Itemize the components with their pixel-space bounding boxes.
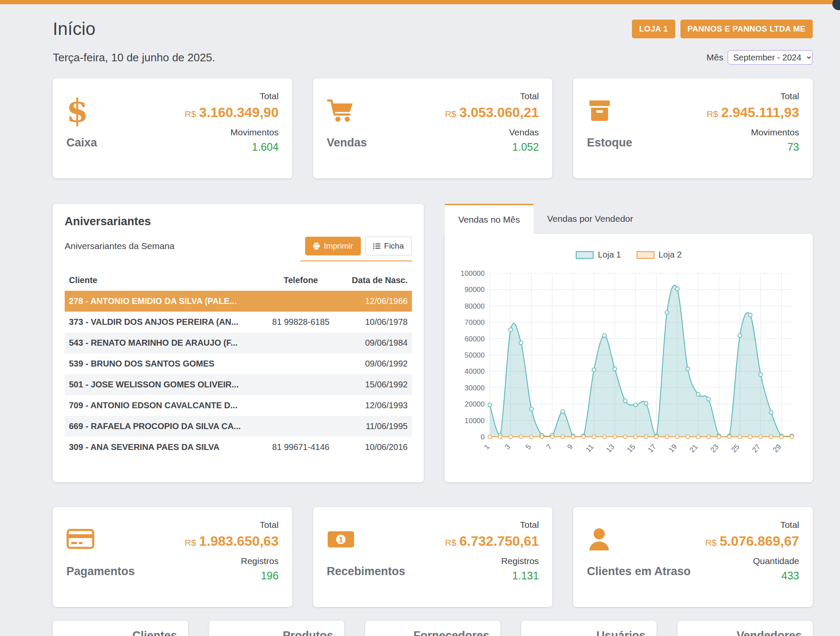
- phone-cell: 81 99828-6185: [256, 312, 346, 332]
- legend-item-loja1[interactable]: Loja 1: [576, 250, 621, 260]
- stat-right: Total R$1.983.650,63 Registros 196: [185, 520, 279, 594]
- stat-left: Clientes em Atraso: [587, 520, 691, 594]
- client-cell: 543 - RENATO MARINHO DE ARAUJO (F...: [65, 332, 256, 353]
- footer-card-produtos[interactable]: Produtos: [209, 621, 344, 636]
- middle-row: Aniversariantes Aniversariantes da Seman…: [53, 204, 813, 482]
- svg-text:1: 1: [482, 443, 491, 451]
- cart-icon: [327, 94, 367, 128]
- stat-right: Total R$2.945.111,93 Movimentos 73: [707, 91, 799, 166]
- phone-cell: [256, 332, 346, 353]
- total-amount: R$6.732.750,61: [445, 533, 539, 549]
- svg-text:40000: 40000: [464, 368, 484, 376]
- legend-swatch: [576, 251, 594, 259]
- birthdays-subtitle: Aniversariantes da Semana: [65, 241, 174, 251]
- header-buttons: LOJA 1 PANNOS E PANNOS LTDA ME: [632, 20, 813, 38]
- table-row[interactable]: 543 - RENATO MARINHO DE ARAUJO (F... 09/…: [65, 332, 412, 353]
- svg-text:70000: 70000: [464, 318, 484, 327]
- total-label: Total: [780, 520, 799, 530]
- dollar-icon: $: [66, 94, 97, 128]
- svg-text:30000: 30000: [464, 384, 484, 392]
- table-row[interactable]: 709 - ANTONIO EDSON CAVALCANTE D... 12/0…: [65, 395, 412, 416]
- print-button-label: Imprimir: [324, 241, 353, 251]
- chart-legend: Loja 1 Loja 2: [455, 250, 803, 260]
- metric-label: Registros: [501, 556, 539, 566]
- birthdate-cell: 10/06/1978: [346, 312, 412, 332]
- print-button[interactable]: Imprimir: [305, 237, 361, 255]
- stat-left: $ Caixa: [66, 91, 97, 166]
- current-date: Terça-feira, 10 de junho de 2025.: [53, 51, 215, 64]
- footer-card-usuarios[interactable]: Usuários: [521, 621, 657, 636]
- stat-card-label: Vendas: [327, 136, 367, 149]
- total-label: Total: [520, 91, 539, 101]
- company-button[interactable]: PANNOS E PANNOS LTDA ME: [680, 20, 813, 38]
- phone-cell: [256, 353, 346, 374]
- ficha-button[interactable]: Ficha: [365, 237, 412, 255]
- table-row[interactable]: 501 - JOSE WELISSON GOMES OLIVEIR... 15/…: [65, 374, 412, 395]
- metric-value: 196: [261, 570, 279, 582]
- stat-card-pagamentos: Pagamentos Total R$1.983.650,63 Registro…: [53, 507, 292, 607]
- column-header-birthdate: Data de Nasc.: [346, 270, 412, 291]
- metric-label: Movimentos: [230, 127, 278, 138]
- svg-text:10000: 10000: [464, 417, 484, 425]
- table-row[interactable]: 309 - ANA SEVERINA PAES DA SILVA 81 9967…: [65, 437, 412, 458]
- stat-right: Total R$5.076.869,67 Quantidade 433: [705, 520, 799, 594]
- svg-text:9: 9: [566, 443, 574, 451]
- metric-value: 1.604: [252, 141, 279, 153]
- birthdays-card: Aniversariantes Aniversariantes da Seman…: [53, 204, 424, 482]
- store-button[interactable]: LOJA 1: [632, 20, 675, 38]
- svg-text:60000: 60000: [464, 335, 484, 343]
- tab-vendas-por-vendedor[interactable]: Vendas por Vendedor: [534, 204, 647, 234]
- footer-card-fornecedores[interactable]: Fornecedores: [365, 621, 500, 636]
- tab-vendas-no-mes[interactable]: Vendas no Mês: [445, 204, 534, 234]
- total-label: Total: [260, 91, 278, 101]
- birthdays-buttons: Imprimir Ficha: [305, 237, 412, 255]
- client-cell: 278 - ANTONIO EMIDIO DA SILVA (PALE...: [65, 291, 256, 312]
- client-cell: 669 - RAFAELA PROCOPIO DA SILVA CA...: [65, 416, 256, 437]
- stat-left: 1 Recebimentos: [327, 520, 406, 594]
- column-header-client: Cliente: [65, 270, 256, 291]
- client-cell: 501 - JOSE WELISSON GOMES OLIVEIR...: [65, 374, 256, 395]
- footer-cards-row: Clientes Produtos Fornecedores Usuários …: [53, 621, 813, 636]
- table-row[interactable]: 278 - ANTONIO EMIDIO DA SILVA (PALE... 1…: [65, 291, 412, 312]
- money-bill-icon: 1: [327, 522, 406, 556]
- table-row[interactable]: 373 - VALDIR DOS ANJOS PEREIRA (AN... 81…: [65, 312, 412, 332]
- stat-card-label: Recebimentos: [327, 565, 406, 578]
- svg-text:80000: 80000: [464, 302, 484, 310]
- stat-card-label: Pagamentos: [66, 565, 135, 578]
- metric-value: 433: [781, 570, 799, 582]
- metric-value: 1.052: [512, 141, 539, 153]
- svg-text:50000: 50000: [464, 351, 484, 359]
- svg-text:1: 1: [338, 535, 343, 544]
- client-cell: 539 - BRUNO DOS SANTOS GOMES: [65, 353, 256, 374]
- page-title: Início: [53, 19, 95, 39]
- currency-symbol: R$: [445, 538, 457, 548]
- metric-label: Movimentos: [751, 127, 799, 138]
- divider: [300, 261, 412, 261]
- svg-text:7: 7: [545, 443, 553, 451]
- metric-value: 73: [787, 141, 799, 153]
- metric-value: 1.131: [512, 570, 539, 582]
- credit-card-icon: [66, 522, 135, 556]
- date-row: Terça-feira, 10 de junho de 2025. Mês Se…: [53, 50, 813, 65]
- stat-right: Total R$3.160.349,90 Movimentos 1.604: [185, 91, 279, 166]
- stat-left: Estoque: [587, 91, 632, 166]
- svg-text:13: 13: [604, 443, 616, 454]
- client-cell: 709 - ANTONIO EDSON CAVALCANTE D...: [65, 395, 256, 416]
- total-value: 2.945.111,93: [721, 105, 799, 120]
- table-row[interactable]: 669 - RAFAELA PROCOPIO DA SILVA CA... 11…: [65, 416, 412, 437]
- legend-item-loja2[interactable]: Loja 2: [637, 250, 682, 260]
- footer-card-vendedores[interactable]: Vendedores: [677, 621, 813, 636]
- legend-label: Loja 1: [598, 250, 621, 260]
- stat-card-estoque: Estoque Total R$2.945.111,93 Movimentos …: [573, 78, 813, 178]
- month-select[interactable]: September - 2024: [728, 50, 813, 65]
- top-accent-bar: [0, 0, 840, 4]
- client-cell: 309 - ANA SEVERINA PAES DA SILVA: [65, 437, 256, 458]
- total-amount: R$3.160.349,90: [185, 105, 279, 120]
- currency-symbol: R$: [445, 109, 457, 119]
- dashboard-page: Início LOJA 1 PANNOS E PANNOS LTDA ME Te…: [0, 4, 840, 636]
- footer-card-clientes[interactable]: Clientes: [53, 621, 188, 636]
- table-row[interactable]: 539 - BRUNO DOS SANTOS GOMES 09/06/1992: [65, 353, 412, 374]
- birthdate-cell: 09/06/1984: [346, 332, 412, 353]
- stat-card-vendas: Vendas Total R$3.053.060,21 Vendas 1.052: [313, 78, 553, 178]
- birthdate-cell: 11/06/1995: [346, 416, 412, 437]
